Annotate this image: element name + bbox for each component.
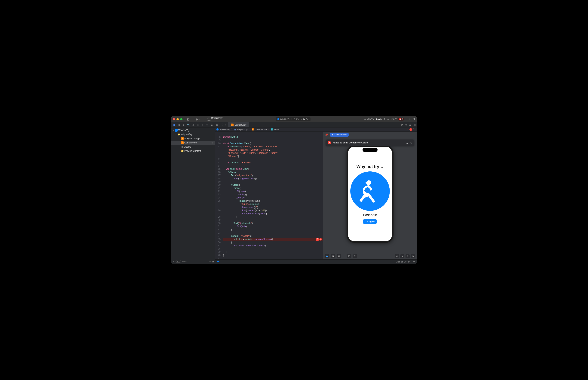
filter-input[interactable] [182,260,208,263]
titlebar: ◧ ▶ ⌄ ⎇WhyNotTry main WhyNotTry 〉 ▯ iPho… [171,116,417,122]
tree-root[interactable]: ▾WhyNotTry [171,128,215,132]
preview-canvas: 📌 ✻Content View ✕ Failed to build Conten… [323,132,417,259]
editor-split: 7891011 1213141516171819202122232425 262… [215,132,417,259]
canvas-body: ✕ Failed to build ContentView.swift ᚗ↻ W… [323,138,417,253]
property-icon: P [271,128,273,131]
app-icon [278,118,279,120]
error-badge[interactable]: ✕2 [398,118,404,120]
variants-icon[interactable]: ▦ [337,254,341,258]
swift-icon [231,124,234,126]
titlebar-right: ＋ ◨ [408,117,415,121]
window-controls [173,118,183,120]
add-icon[interactable]: ＋ [408,117,411,121]
project-tree: ▾WhyNotTry ▾📁WhyNotTry WhyNotTryApp Cont… [171,128,215,259]
assistant-icon[interactable]: ▥ [413,124,417,126]
zoom-in-icon[interactable]: ⊕ [411,254,415,258]
canvas-toolbar: ▶ ▣ ▦ ☐ ⓘ ⊖ ⌖ ⊙ ⊕ [323,253,417,259]
folder-icon: ▦ [234,128,236,131]
main-area: ▦ ⧉ ♁ 🔍 ⚠ ◇ ⥁ ▭ ☰ ▾WhyNotTry ▾📁WhyNotTry… [171,122,417,264]
related-items-icon[interactable]: ▦ [215,124,219,126]
activity-circle [350,171,390,211]
editor-area: ▦ 〈 〉 ContentView ⇄ ≋ ☰ ▥ WhyNotTry〉 ▦Wh… [215,122,417,264]
tree-file-contentview[interactable]: ContentViewM [171,141,215,145]
project-name: WhyNotTry [211,117,223,119]
pin-icon[interactable]: 📌 [325,133,328,136]
close-window[interactable] [173,118,175,120]
breadcrumb-errors[interactable]: 〈2〉 [406,128,415,131]
retry-icon[interactable]: ↻ [410,141,412,144]
minimap-icon[interactable]: ≋ [404,124,408,126]
live-preview-icon[interactable]: ▶ [325,254,329,258]
separator [192,117,192,121]
issues-tab[interactable]: ⚠ [192,124,194,126]
line-gutter: 7891011 1213141516171819202122232425 262… [215,132,222,259]
status-indicator [217,261,219,262]
navigator-footer: ＋ ☰⌄ ◷ ▣ [171,259,215,264]
build-error-banner[interactable]: ✕ Failed to build ContentView.swift ᚗ↻ [326,139,414,146]
add-file-icon[interactable]: ＋ [172,260,174,263]
breadcrumb[interactable]: WhyNotTry〉 ▦WhyNotTry〉 ContentView〉 Pbod… [215,128,417,132]
nav-fwd-icon[interactable]: 〉 [224,123,228,126]
preferences-icon[interactable]: ⓘ [353,254,357,258]
debug-tab[interactable]: ⥁ [202,124,203,126]
swift-icon [181,137,184,140]
scheme-destination: WhyNotTry 〉 ▯ iPhone 14 Pro [223,117,364,121]
editor-tab-contentview[interactable]: ContentView [228,122,249,127]
nav-back-icon[interactable]: 〈 [219,123,224,126]
source-control-tab[interactable]: ⧉ [178,124,180,126]
swift-icon [252,128,254,131]
canvas-header: 📌 ✻Content View [323,132,417,138]
device-preview[interactable]: Why not try… [347,145,394,243]
zoom-fit-icon[interactable]: ⌖ [400,254,404,258]
scheme-selector[interactable]: WhyNotTry 〉 ▯ iPhone 14 Pro [276,117,310,121]
run-menu-chevron-icon[interactable]: ⌄ [198,118,201,120]
zoom-window[interactable] [180,118,183,120]
code-editor[interactable]: 7891011 1213141516171819202122232425 262… [215,132,323,259]
scm-filter-icon[interactable]: ▣ [212,260,214,263]
breakpoints-tab[interactable]: ▭ [206,124,208,126]
editor-tabs: ▦ 〈 〉 ContentView ⇄ ≋ ☰ ▥ [215,122,417,128]
tests-tab[interactable]: ◇ [197,124,199,126]
branch-name: main [207,119,223,121]
sidebar-toggle-icon[interactable]: ◧ [186,118,190,121]
preview-loading-icon: ✻ [332,133,333,136]
run-button[interactable]: ▶ [196,118,198,121]
zoom-100-icon[interactable]: ⊙ [405,254,410,258]
project-navigator-tab[interactable]: ▦ [173,124,175,126]
tree-assets[interactable]: ▦Assets [171,145,215,149]
project-title: ⎇WhyNotTry main [207,117,223,121]
jump-icon[interactable]: ⇄ [400,124,404,126]
inline-error[interactable]: 2⊘ [315,238,323,241]
swift-icon [181,141,184,144]
editor-options-icon[interactable]: ☰ [408,124,413,126]
preview-try-again-button[interactable]: Try again [363,219,377,224]
recent-filter-icon[interactable]: ◷ [209,260,211,263]
editor-mode-icon[interactable]: ▭ [413,260,415,263]
tree-file-app[interactable]: WhyNotTryApp [171,136,215,141]
activity-status: WhyNotTry: Ready | Today at 18:59 ✕2 [364,118,404,120]
cursor-position: Line: 35 Col: 54 [396,261,410,263]
preview-selector[interactable]: ✻Content View [330,133,349,137]
preview-subtitle: Baseball! [363,213,377,217]
diagnostics-icon[interactable]: ᚗ [406,141,408,144]
tree-preview-content[interactable]: ▸📁Preview Content [171,149,215,153]
reports-tab[interactable]: ☰ [211,124,213,126]
selectable-icon[interactable]: ▣ [331,254,335,258]
app-preview-content: Why not try… [348,147,392,241]
symbol-tab[interactable]: ♁ [183,124,184,126]
folder-icon: 📁 [178,133,180,136]
error-icon: ✕ [328,141,331,144]
scm-status: M [211,142,213,144]
find-tab[interactable]: 🔍 [187,124,190,126]
folder-icon: 📁 [181,150,184,152]
tree-group[interactable]: ▾📁WhyNotTry [171,132,215,136]
preview-title: Why not try… [357,164,383,169]
zoom-out-icon[interactable]: ⊖ [395,254,399,258]
filter-scope-icon[interactable]: ☰⌄ [175,260,181,263]
xcode-window: ◧ ▶ ⌄ ⎇WhyNotTry main WhyNotTry 〉 ▯ iPho… [171,116,417,264]
code-content[interactable]: import SwiftUI struct ContentView: View … [222,132,323,259]
navigator-tabs: ▦ ⧉ ♁ 🔍 ⚠ ◇ ⥁ ▭ ☰ [171,122,215,128]
minimize-window[interactable] [176,118,179,120]
device-settings-icon[interactable]: ☐ [347,254,351,258]
library-icon[interactable]: ◨ [413,117,415,121]
